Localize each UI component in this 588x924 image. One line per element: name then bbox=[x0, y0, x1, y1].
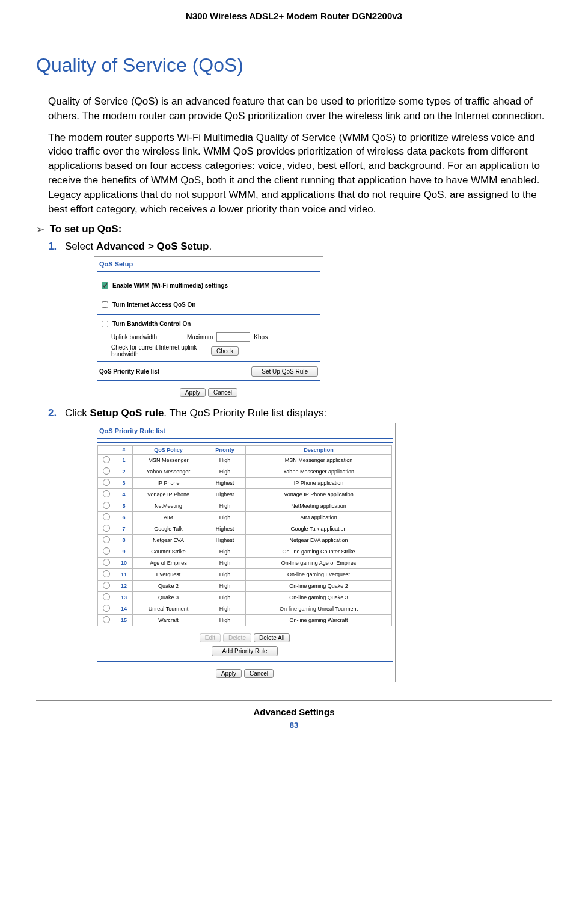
apply-button[interactable]: Apply bbox=[216, 669, 242, 678]
row-policy: IP Phone bbox=[133, 478, 204, 489]
table-row: 2Yahoo MessengerHighYahoo Messenger appl… bbox=[98, 466, 392, 478]
row-desc: On-line gaming Quake 2 bbox=[246, 581, 392, 592]
row-priority: High bbox=[204, 546, 246, 558]
row-radio[interactable] bbox=[98, 455, 115, 466]
row-policy: NetMeeting bbox=[133, 500, 204, 512]
row-desc: Yahoo Messenger application bbox=[246, 466, 392, 478]
setup-qos-rule-button[interactable]: Set Up QoS Rule bbox=[251, 366, 318, 377]
th-priority: Priority bbox=[204, 446, 246, 455]
step-1: Select Advanced > QoS Setup. QoS Setup E… bbox=[48, 241, 552, 401]
row-priority: High bbox=[204, 466, 246, 478]
row-num: 13 bbox=[115, 592, 133, 603]
row-priority: High bbox=[204, 615, 246, 626]
footer-page-number: 83 bbox=[36, 721, 552, 730]
row-priority: High bbox=[204, 569, 246, 581]
apply-button[interactable]: Apply bbox=[180, 388, 206, 397]
row-num: 9 bbox=[115, 546, 133, 558]
table-row: 7Google TalkHighestGoogle Talk applicati… bbox=[98, 523, 392, 535]
divider bbox=[97, 661, 393, 662]
kbps-label: Kbps bbox=[254, 334, 268, 340]
delete-button[interactable]: Delete bbox=[223, 633, 251, 642]
row-desc: On-line gaming Counter Strike bbox=[246, 546, 392, 558]
check-button[interactable]: Check bbox=[211, 346, 239, 356]
table-row: 9Counter StrikeHighOn-line gaming Counte… bbox=[98, 546, 392, 558]
wmm-checkbox[interactable] bbox=[102, 282, 108, 289]
row-radio[interactable] bbox=[98, 569, 115, 581]
row-radio[interactable] bbox=[98, 489, 115, 500]
divider bbox=[97, 380, 320, 381]
row-priority: High bbox=[204, 558, 246, 569]
uplink-input[interactable] bbox=[216, 332, 250, 342]
delete-all-button[interactable]: Delete All bbox=[254, 633, 290, 642]
table-row: 6AIMHighAIM application bbox=[98, 512, 392, 523]
row-radio[interactable] bbox=[98, 546, 115, 558]
table-row: 4Vonage IP PhoneHighestVonage IP Phone a… bbox=[98, 489, 392, 500]
intro-paragraph-2: The modem router supports Wi-Fi Multimed… bbox=[48, 131, 552, 217]
table-row: 15WarcraftHighOn-line gaming Warcraft bbox=[98, 615, 392, 626]
row-desc: Vonage IP Phone application bbox=[246, 489, 392, 500]
table-row: 3IP PhoneHighestIP Phone application bbox=[98, 478, 392, 489]
row-desc: Netgear EVA application bbox=[246, 535, 392, 546]
row-radio[interactable] bbox=[98, 478, 115, 489]
row-radio[interactable] bbox=[98, 523, 115, 535]
table-row: 5NetMeetingHighNetMeeting application bbox=[98, 500, 392, 512]
rule-list-panel: QoS Priority Rule list # QoS Policy Prio… bbox=[94, 423, 396, 682]
row-policy: Counter Strike bbox=[133, 546, 204, 558]
row-policy: Netgear EVA bbox=[133, 535, 204, 546]
row-desc: IP Phone application bbox=[246, 478, 392, 489]
cancel-button[interactable]: Cancel bbox=[208, 388, 237, 397]
task-heading: ➢ To set up QoS: bbox=[36, 223, 552, 236]
row-radio[interactable] bbox=[98, 581, 115, 592]
row-num: 4 bbox=[115, 489, 133, 500]
page-footer: Advanced Settings 83 bbox=[36, 700, 552, 730]
row-policy: Vonage IP Phone bbox=[133, 489, 204, 500]
row-radio[interactable] bbox=[98, 592, 115, 603]
row-desc: MSN Messenger application bbox=[246, 455, 392, 466]
table-row: 14Unreal TourmentHighOn-line gaming Unre… bbox=[98, 603, 392, 615]
row-priority: Highest bbox=[204, 535, 246, 546]
maximum-label: Maximum bbox=[187, 334, 213, 340]
internet-qos-checkbox[interactable] bbox=[102, 301, 108, 308]
intro-paragraph-1: Quality of Service (QoS) is an advanced … bbox=[48, 94, 552, 123]
row-radio[interactable] bbox=[98, 558, 115, 569]
row-policy: Quake 3 bbox=[133, 592, 204, 603]
table-row: 10Age of EmpiresHighOn-line gaming Age o… bbox=[98, 558, 392, 569]
divider bbox=[97, 295, 320, 295]
row-priority: High bbox=[204, 592, 246, 603]
row-radio[interactable] bbox=[98, 512, 115, 523]
th-radio bbox=[98, 446, 115, 455]
row-desc: NetMeeting application bbox=[246, 500, 392, 512]
row-policy: Unreal Tourment bbox=[133, 603, 204, 615]
row-desc: On-line gaming Quake 3 bbox=[246, 592, 392, 603]
row-policy: Google Talk bbox=[133, 523, 204, 535]
cancel-button[interactable]: Cancel bbox=[244, 669, 274, 678]
row-priority: High bbox=[204, 455, 246, 466]
row-num: 1 bbox=[115, 455, 133, 466]
edit-button[interactable]: Edit bbox=[200, 633, 221, 642]
row-radio[interactable] bbox=[98, 603, 115, 615]
row-radio[interactable] bbox=[98, 500, 115, 512]
row-desc: On-line gaming Everquest bbox=[246, 569, 392, 581]
row-policy: Yahoo Messenger bbox=[133, 466, 204, 478]
row-num: 14 bbox=[115, 603, 133, 615]
row-priority: High bbox=[204, 500, 246, 512]
row-priority: Highest bbox=[204, 489, 246, 500]
row-radio[interactable] bbox=[98, 535, 115, 546]
row-desc: On-line gaming Age of Empires bbox=[246, 558, 392, 569]
row-num: 5 bbox=[115, 500, 133, 512]
step-1-text-c: . bbox=[209, 241, 212, 252]
step-2-text-a: Click bbox=[65, 407, 90, 419]
wmm-label: Enable WMM (Wi-Fi multimedia) settings bbox=[112, 282, 228, 289]
add-priority-rule-button[interactable]: Add Priority Rule bbox=[212, 646, 277, 656]
row-radio[interactable] bbox=[98, 466, 115, 478]
row-num: 10 bbox=[115, 558, 133, 569]
row-num: 6 bbox=[115, 512, 133, 523]
row-desc: On-line gaming Warcraft bbox=[246, 615, 392, 626]
table-row: 12Quake 2HighOn-line gaming Quake 2 bbox=[98, 581, 392, 592]
row-desc: On-line gaming Unreal Tourment bbox=[246, 603, 392, 615]
row-priority: High bbox=[204, 512, 246, 523]
row-priority: Highest bbox=[204, 523, 246, 535]
row-num: 11 bbox=[115, 569, 133, 581]
bandwidth-checkbox[interactable] bbox=[102, 321, 108, 327]
row-radio[interactable] bbox=[98, 615, 115, 626]
